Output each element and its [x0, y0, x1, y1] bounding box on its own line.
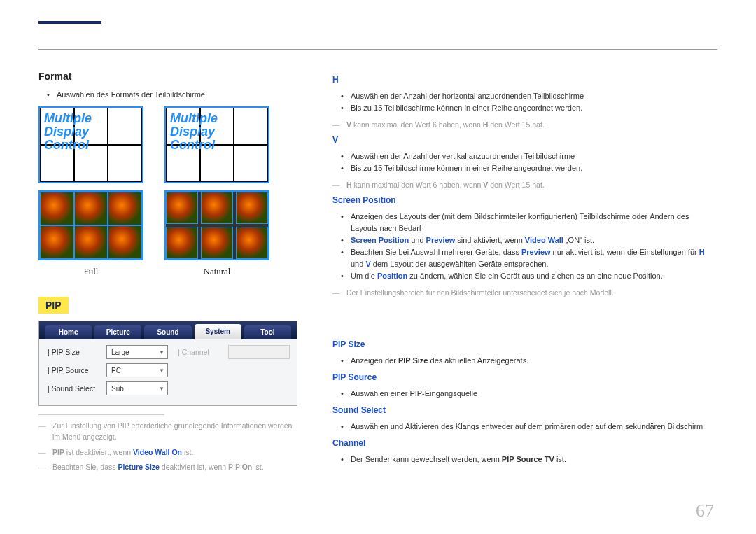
pip-badge: PIP — [38, 297, 69, 314]
chevron-down-icon: ▼ — [159, 367, 164, 374]
channel-bullet: Der Sender kann gewechselt werden, wenn … — [341, 454, 718, 465]
pip-note-2: PIP ist deaktiviert, wenn Video Wall On … — [38, 447, 298, 458]
sound-select-heading: Sound Select — [332, 405, 718, 415]
sp-bullet-2: Screen Position und Preview sind aktivie… — [341, 234, 718, 246]
v-bullet-2: Bis zu 15 Teilbildschirme können in eine… — [341, 162, 718, 174]
sp-note: Der Einstellungsbereich für den Bildschi… — [332, 288, 718, 299]
h-bullet-2: Bis zu 15 Teilbildschirme können in eine… — [341, 102, 718, 114]
tab-sound[interactable]: Sound — [144, 325, 191, 339]
sound-select-select[interactable]: Sub▼ — [106, 381, 168, 395]
v-bullet-1: Auswählen der Anzahl der vertikal anzuor… — [341, 150, 718, 162]
pip-note-1: Zur Einstellung von PIP erforderliche gr… — [38, 421, 298, 443]
pip-tabs: Home Picture Sound System Tool — [39, 321, 297, 339]
pip-size-select[interactable]: Large▼ — [106, 345, 168, 359]
sound-select-label: | Sound Select — [45, 384, 101, 393]
pip-panel: Home Picture Sound System Tool | PIP Siz… — [38, 321, 298, 406]
page-number: 67 — [696, 500, 714, 521]
flower-grid-full — [38, 190, 144, 260]
right-column: H Auswählen der Anzahl der horizontal an… — [332, 71, 718, 477]
v-heading: V — [332, 135, 718, 145]
format-desc: Auswählen des Formats der Teilbildschirm… — [47, 89, 298, 101]
h-bullet-1: Auswählen der Anzahl der horizontal anzu… — [341, 90, 718, 102]
sp-bullet-3: Beachten Sie bei Auswahl mehrerer Geräte… — [341, 246, 718, 270]
pip-size-bullet: Anzeigen der PIP Size des aktuellen Anze… — [341, 355, 718, 367]
mdc-grid-full: Multiple Display Control — [38, 106, 144, 183]
channel-heading: Channel — [332, 438, 718, 448]
tab-tool[interactable]: Tool — [244, 325, 291, 339]
left-column: Format Auswählen des Formats der Teilbil… — [38, 71, 298, 477]
channel-inline-label: | Channel — [174, 348, 223, 356]
mdc-grid-natural: Multiple Display Control — [164, 106, 270, 183]
v-note: H kann maximal den Wert 6 haben, wenn V … — [332, 180, 718, 191]
tab-picture[interactable]: Picture — [94, 325, 141, 339]
tab-system[interactable]: System — [195, 324, 241, 339]
flower-grid-natural — [164, 190, 270, 260]
sound-select-bullet: Auswählen und Aktivieren des Klangs entw… — [341, 421, 718, 433]
sp-bullet-1: Anzeigen des Layouts der (mit dem Bildsc… — [341, 211, 718, 234]
h-heading: H — [332, 75, 718, 85]
pip-size-label: | PIP Size — [45, 348, 101, 356]
header-indicator — [38, 21, 102, 24]
pip-source-label: | PIP Source — [45, 366, 101, 374]
pip-size-heading: PIP Size — [332, 339, 718, 349]
channel-select-disabled — [228, 345, 290, 359]
caption-full: Full — [84, 266, 99, 277]
footnote-rule — [38, 414, 164, 415]
caption-natural: Natural — [204, 266, 231, 277]
format-heading: Format — [38, 71, 298, 82]
chevron-down-icon: ▼ — [159, 386, 164, 392]
format-illustration-row: Multiple Display Control Full Multiple D… — [38, 106, 298, 277]
tab-home[interactable]: Home — [45, 325, 92, 339]
pip-source-bullet: Auswählen einer PIP-Eingangsquelle — [341, 388, 718, 400]
header-rule — [38, 45, 718, 50]
screen-position-heading: Screen Position — [332, 195, 718, 205]
pip-note-3: Beachten Sie, dass Picture Size deaktivi… — [38, 462, 298, 473]
pip-source-select[interactable]: PC▼ — [106, 363, 168, 377]
chevron-down-icon: ▼ — [159, 349, 164, 356]
sp-bullet-4: Um die Position zu ändern, wählen Sie ei… — [341, 270, 718, 282]
pip-source-heading: PIP Source — [332, 372, 718, 382]
h-note: V kann maximal den Wert 6 haben, wenn H … — [332, 120, 718, 131]
